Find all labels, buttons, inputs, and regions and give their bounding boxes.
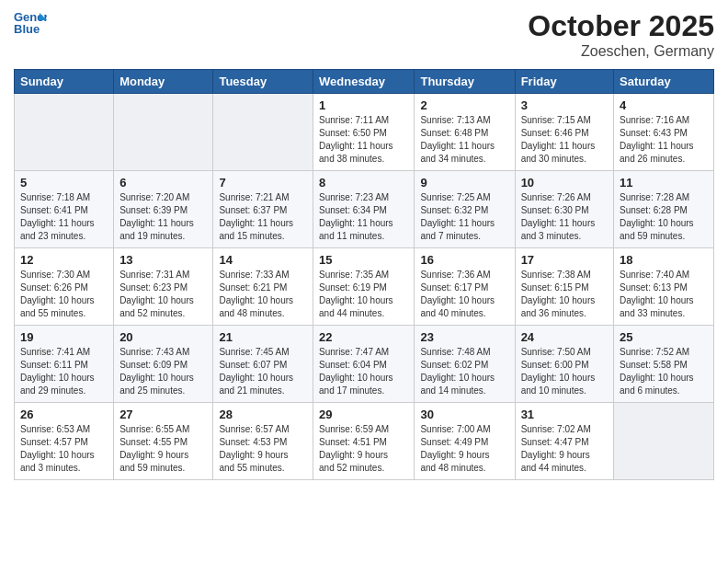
calendar-cell: 30Sunrise: 7:00 AM Sunset: 4:49 PM Dayli… <box>415 403 515 480</box>
day-number: 31 <box>521 408 608 421</box>
day-number: 29 <box>319 408 408 421</box>
day-number: 4 <box>620 98 708 112</box>
day-info: Sunrise: 7:50 AM Sunset: 6:00 PM Dayligh… <box>521 346 608 397</box>
calendar-cell <box>114 94 213 171</box>
weekday-header-friday: Friday <box>515 70 613 94</box>
day-info: Sunrise: 7:18 AM Sunset: 6:41 PM Dayligh… <box>20 191 108 243</box>
calendar-cell: 10Sunrise: 7:26 AM Sunset: 6:30 PM Dayli… <box>515 171 613 248</box>
day-number: 16 <box>420 253 508 267</box>
week-row-4: 26Sunrise: 6:53 AM Sunset: 4:57 PM Dayli… <box>15 403 714 480</box>
day-info: Sunrise: 6:53 AM Sunset: 4:57 PM Dayligh… <box>20 423 108 475</box>
day-number: 8 <box>319 176 408 190</box>
day-info: Sunrise: 7:28 AM Sunset: 6:28 PM Dayligh… <box>620 191 708 243</box>
page: General Blue October 2025 Zoeschen, Germ… <box>0 0 728 489</box>
week-row-0: 1Sunrise: 7:11 AM Sunset: 6:50 PM Daylig… <box>15 94 714 171</box>
calendar-cell: 23Sunrise: 7:48 AM Sunset: 6:02 PM Dayli… <box>415 326 515 403</box>
calendar-cell: 1Sunrise: 7:11 AM Sunset: 6:50 PM Daylig… <box>313 94 415 171</box>
day-info: Sunrise: 7:52 AM Sunset: 5:58 PM Dayligh… <box>620 346 708 397</box>
day-number: 2 <box>420 98 508 112</box>
day-number: 27 <box>119 408 207 421</box>
day-number: 15 <box>319 253 408 267</box>
day-info: Sunrise: 6:55 AM Sunset: 4:55 PM Dayligh… <box>119 423 207 475</box>
day-number: 17 <box>521 253 608 267</box>
day-number: 24 <box>521 330 608 344</box>
day-info: Sunrise: 7:33 AM Sunset: 6:21 PM Dayligh… <box>219 269 307 320</box>
day-info: Sunrise: 7:26 AM Sunset: 6:30 PM Dayligh… <box>521 191 608 243</box>
day-number: 11 <box>620 176 708 190</box>
calendar-cell: 28Sunrise: 6:57 AM Sunset: 4:53 PM Dayli… <box>213 403 313 480</box>
calendar-cell: 4Sunrise: 7:16 AM Sunset: 6:43 PM Daylig… <box>614 94 714 171</box>
day-number: 6 <box>119 176 207 190</box>
day-number: 9 <box>420 176 508 190</box>
location-title: Zoeschen, Germany <box>528 43 714 60</box>
day-info: Sunrise: 7:13 AM Sunset: 6:48 PM Dayligh… <box>420 114 508 166</box>
calendar-cell: 12Sunrise: 7:30 AM Sunset: 6:26 PM Dayli… <box>15 248 114 326</box>
weekday-header-monday: Monday <box>114 70 213 94</box>
calendar: SundayMondayTuesdayWednesdayThursdayFrid… <box>14 69 714 480</box>
day-info: Sunrise: 7:38 AM Sunset: 6:15 PM Dayligh… <box>521 269 608 320</box>
day-info: Sunrise: 7:25 AM Sunset: 6:32 PM Dayligh… <box>420 191 508 243</box>
calendar-cell: 22Sunrise: 7:47 AM Sunset: 6:04 PM Dayli… <box>313 326 415 403</box>
calendar-cell: 20Sunrise: 7:43 AM Sunset: 6:09 PM Dayli… <box>114 326 213 403</box>
day-number: 14 <box>219 253 307 267</box>
calendar-cell: 6Sunrise: 7:20 AM Sunset: 6:39 PM Daylig… <box>114 171 213 248</box>
calendar-cell <box>15 94 114 171</box>
calendar-cell: 11Sunrise: 7:28 AM Sunset: 6:28 PM Dayli… <box>614 171 714 248</box>
day-number: 28 <box>219 408 307 421</box>
day-info: Sunrise: 7:31 AM Sunset: 6:23 PM Dayligh… <box>119 269 207 320</box>
day-number: 22 <box>319 330 408 344</box>
week-row-2: 12Sunrise: 7:30 AM Sunset: 6:26 PM Dayli… <box>15 248 714 326</box>
day-info: Sunrise: 7:47 AM Sunset: 6:04 PM Dayligh… <box>319 346 408 397</box>
weekday-header-row: SundayMondayTuesdayWednesdayThursdayFrid… <box>15 70 714 94</box>
calendar-cell <box>614 403 714 480</box>
day-number: 10 <box>521 176 608 190</box>
calendar-cell: 2Sunrise: 7:13 AM Sunset: 6:48 PM Daylig… <box>415 94 515 171</box>
calendar-cell: 26Sunrise: 6:53 AM Sunset: 4:57 PM Dayli… <box>15 403 114 480</box>
day-number: 1 <box>319 98 408 112</box>
calendar-cell: 18Sunrise: 7:40 AM Sunset: 6:13 PM Dayli… <box>614 248 714 326</box>
calendar-cell: 31Sunrise: 7:02 AM Sunset: 4:47 PM Dayli… <box>515 403 613 480</box>
day-number: 12 <box>20 253 108 267</box>
day-number: 20 <box>119 330 207 344</box>
day-info: Sunrise: 7:20 AM Sunset: 6:39 PM Dayligh… <box>119 191 207 243</box>
day-number: 26 <box>20 408 108 421</box>
day-number: 23 <box>420 330 508 344</box>
calendar-cell: 17Sunrise: 7:38 AM Sunset: 6:15 PM Dayli… <box>515 248 613 326</box>
title-block: October 2025 Zoeschen, Germany <box>528 9 714 60</box>
calendar-cell: 7Sunrise: 7:21 AM Sunset: 6:37 PM Daylig… <box>213 171 313 248</box>
day-info: Sunrise: 7:45 AM Sunset: 6:07 PM Dayligh… <box>219 346 307 397</box>
svg-text:Blue: Blue <box>14 22 40 35</box>
calendar-cell: 15Sunrise: 7:35 AM Sunset: 6:19 PM Dayli… <box>313 248 415 326</box>
logo-icon: General Blue <box>14 9 47 35</box>
week-row-3: 19Sunrise: 7:41 AM Sunset: 6:11 PM Dayli… <box>15 326 714 403</box>
calendar-cell: 24Sunrise: 7:50 AM Sunset: 6:00 PM Dayli… <box>515 326 613 403</box>
day-info: Sunrise: 7:35 AM Sunset: 6:19 PM Dayligh… <box>319 269 408 320</box>
day-number: 25 <box>620 330 708 344</box>
weekday-header-saturday: Saturday <box>614 70 714 94</box>
calendar-cell: 19Sunrise: 7:41 AM Sunset: 6:11 PM Dayli… <box>15 326 114 403</box>
day-number: 18 <box>620 253 708 267</box>
day-info: Sunrise: 7:21 AM Sunset: 6:37 PM Dayligh… <box>219 191 307 243</box>
calendar-cell: 29Sunrise: 6:59 AM Sunset: 4:51 PM Dayli… <box>313 403 415 480</box>
day-info: Sunrise: 7:11 AM Sunset: 6:50 PM Dayligh… <box>319 114 408 166</box>
day-info: Sunrise: 7:36 AM Sunset: 6:17 PM Dayligh… <box>420 269 508 320</box>
calendar-cell: 5Sunrise: 7:18 AM Sunset: 6:41 PM Daylig… <box>15 171 114 248</box>
calendar-cell <box>213 94 313 171</box>
calendar-cell: 13Sunrise: 7:31 AM Sunset: 6:23 PM Dayli… <box>114 248 213 326</box>
calendar-cell: 8Sunrise: 7:23 AM Sunset: 6:34 PM Daylig… <box>313 171 415 248</box>
month-title: October 2025 <box>528 9 714 43</box>
weekday-header-thursday: Thursday <box>415 70 515 94</box>
week-row-1: 5Sunrise: 7:18 AM Sunset: 6:41 PM Daylig… <box>15 171 714 248</box>
day-info: Sunrise: 7:43 AM Sunset: 6:09 PM Dayligh… <box>119 346 207 397</box>
day-info: Sunrise: 7:16 AM Sunset: 6:43 PM Dayligh… <box>620 114 708 166</box>
weekday-header-tuesday: Tuesday <box>213 70 313 94</box>
day-info: Sunrise: 7:30 AM Sunset: 6:26 PM Dayligh… <box>20 269 108 320</box>
day-number: 19 <box>20 330 108 344</box>
day-info: Sunrise: 7:23 AM Sunset: 6:34 PM Dayligh… <box>319 191 408 243</box>
day-number: 30 <box>420 408 508 421</box>
day-number: 21 <box>219 330 307 344</box>
logo: General Blue <box>14 9 47 35</box>
day-info: Sunrise: 7:15 AM Sunset: 6:46 PM Dayligh… <box>521 114 608 166</box>
calendar-cell: 16Sunrise: 7:36 AM Sunset: 6:17 PM Dayli… <box>415 248 515 326</box>
day-number: 7 <box>219 176 307 190</box>
